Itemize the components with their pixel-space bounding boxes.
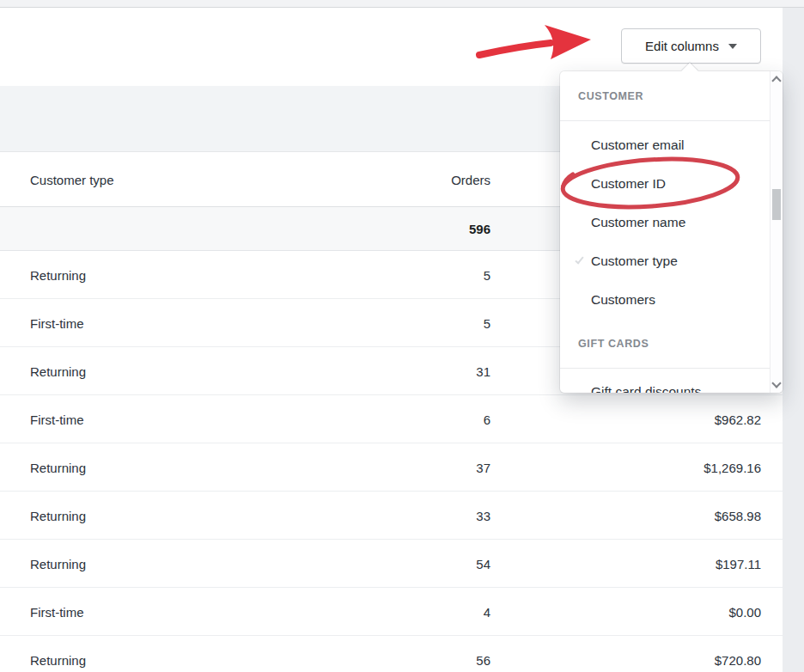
cell-amount: $197.11 bbox=[716, 556, 761, 571]
table-row: Returning 54 $197.11 bbox=[0, 540, 783, 588]
chevron-down-icon bbox=[728, 44, 737, 49]
cell-orders: 31 bbox=[476, 363, 490, 378]
page-right-gutter bbox=[783, 8, 804, 672]
scrollbar-thumb[interactable] bbox=[772, 189, 781, 220]
cell-customer-type: Returning bbox=[30, 363, 86, 378]
cell-orders: 6 bbox=[484, 412, 490, 426]
column-header-customer-type[interactable]: Customer type bbox=[30, 172, 114, 186]
cell-customer-type: Returning bbox=[30, 460, 86, 474]
edit-columns-label: Edit columns bbox=[645, 39, 719, 53]
popover-item-label: Gift card discounts bbox=[591, 384, 701, 394]
cell-orders: 33 bbox=[476, 508, 490, 522]
popover-item-customer-email[interactable]: Customer email bbox=[560, 125, 770, 164]
cell-orders: 4 bbox=[484, 604, 490, 619]
top-scroll-strip bbox=[0, 0, 804, 8]
popover-section-header-gift-cards: GIFT CARDS bbox=[560, 319, 770, 369]
cell-orders: 5 bbox=[484, 267, 490, 282]
cell-amount: $720.80 bbox=[715, 652, 761, 667]
popover-item-label: Customer ID bbox=[591, 176, 666, 192]
check-icon bbox=[575, 255, 583, 265]
table-row: Returning 33 $658.98 bbox=[0, 492, 783, 540]
table-row: Returning 37 $1,269.16 bbox=[0, 443, 783, 492]
cell-customer-type: Returning bbox=[30, 652, 86, 667]
cell-customer-type: Returning bbox=[30, 267, 86, 282]
cell-amount: $0.00 bbox=[728, 604, 761, 619]
table-row: Returning 56 $720.80 bbox=[0, 636, 783, 672]
cell-orders: 5 bbox=[484, 315, 490, 330]
popover-item-label: Customer type bbox=[591, 254, 678, 269]
cell-amount: $1,269.16 bbox=[704, 460, 761, 474]
cell-orders: 54 bbox=[476, 556, 490, 571]
cell-amount: $658.98 bbox=[715, 508, 761, 522]
popover-item-customer-id[interactable]: Customer ID bbox=[560, 164, 770, 203]
table-row: First-time 6 $962.82 bbox=[0, 395, 783, 443]
popover-item-list: Customer email Customer ID Customer name… bbox=[560, 125, 770, 319]
popover-scrollbar[interactable] bbox=[770, 71, 783, 393]
popover-item-customers[interactable]: Customers bbox=[560, 280, 770, 319]
popover-section-header-customer: CUSTOMER bbox=[560, 71, 770, 121]
popover-item-customer-name[interactable]: Customer name bbox=[560, 203, 770, 241]
popover-item-label: Customer name bbox=[591, 215, 685, 230]
report-page: Edit columns Customer type Orders 596 Re… bbox=[0, 0, 804, 672]
edit-columns-popover: CUSTOMER Customer email Customer ID Cust… bbox=[560, 71, 783, 393]
cell-amount: $962.82 bbox=[715, 412, 761, 426]
column-header-orders[interactable]: Orders bbox=[451, 172, 490, 186]
popover-item-label: Customers bbox=[591, 292, 655, 308]
cell-customer-type: First-time bbox=[30, 315, 84, 330]
summary-orders-total: 596 bbox=[469, 222, 490, 236]
cell-customer-type: First-time bbox=[30, 604, 84, 619]
edit-columns-button[interactable]: Edit columns bbox=[621, 28, 761, 64]
popover-content: CUSTOMER Customer email Customer ID Cust… bbox=[560, 71, 770, 393]
cell-customer-type: Returning bbox=[30, 508, 86, 522]
cell-orders: 37 bbox=[476, 460, 490, 474]
table-row: First-time 4 $0.00 bbox=[0, 588, 783, 636]
popover-item-gift-card-discounts[interactable]: Gift card discounts bbox=[560, 372, 770, 393]
scroll-up-icon[interactable] bbox=[771, 76, 781, 85]
popover-item-label: Customer email bbox=[591, 137, 685, 153]
popover-item-customer-type[interactable]: Customer type bbox=[560, 241, 770, 280]
cell-customer-type: Returning bbox=[30, 556, 86, 571]
cell-orders: 56 bbox=[476, 652, 490, 667]
scroll-down-icon[interactable] bbox=[771, 378, 781, 388]
cell-customer-type: First-time bbox=[30, 412, 84, 426]
